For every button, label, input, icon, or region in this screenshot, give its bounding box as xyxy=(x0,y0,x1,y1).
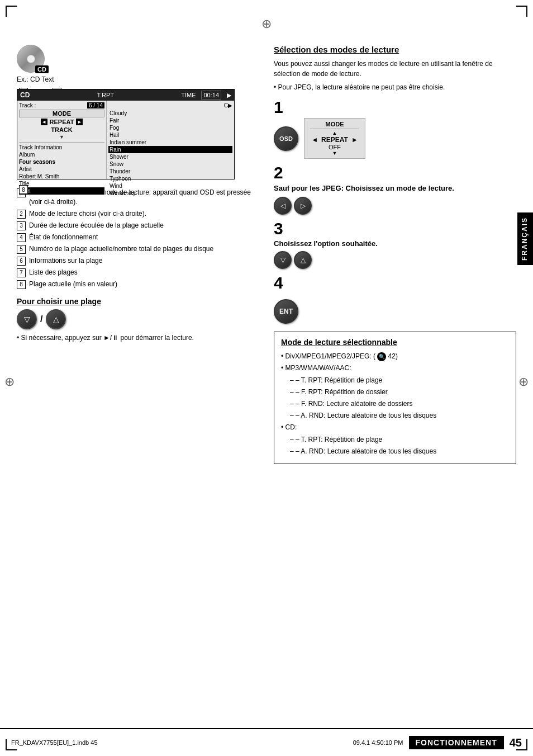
cd-right-panel: C▶ Cloudy Fair Fog Hail Indian summer Ra… xyxy=(107,101,234,179)
playlist-fair: Fair xyxy=(108,117,232,124)
right-column: Sélection des modes de lecture Vous pouv… xyxy=(274,45,516,722)
playlist-wind: Wind xyxy=(108,182,232,190)
mode-item-trpt: – T. RPT: Répétition de plage xyxy=(290,375,509,386)
bullet-prefix: • xyxy=(17,334,21,342)
left-crosshair: ⊕ xyxy=(4,375,15,389)
item-2-text: Mode de lecture choisi (voir ci-à droite… xyxy=(29,209,146,219)
arrow-right-btn[interactable]: ► xyxy=(76,119,83,125)
bullet-note: Pour JPEG, la lecture aléatoire ne peut … xyxy=(274,82,516,92)
page-content: CD Ex.: CD Text 1 2 3 4 5 CD T.RPT TIME … xyxy=(17,45,516,722)
mode-arrow-down: ▼ xyxy=(310,150,359,156)
right-btn[interactable]: ▷ xyxy=(294,197,312,215)
top-crosshair: ⊕ xyxy=(261,17,272,31)
down-btn[interactable]: ▽ xyxy=(17,309,37,329)
mode-repeat-label: REPEAT xyxy=(321,136,348,144)
corner-mark-tl xyxy=(6,6,17,17)
item-8-text: Plage actuelle (mis en valeur) xyxy=(29,280,117,289)
lr-buttons: ◁ ▷ xyxy=(274,197,516,215)
mode-lecture-box: Mode de lecture sélectionnable DivX/MPEG… xyxy=(274,332,516,464)
intro-text: Vous pouvez aussi changer les modes de l… xyxy=(274,59,516,79)
numbered-item-4: 4 État de fonctionnement xyxy=(17,233,257,242)
cd-header-cd: CD xyxy=(20,91,30,99)
mode-item-cd: CD: xyxy=(281,422,509,433)
playlist-cloudy: Cloudy xyxy=(108,110,232,117)
arrow-left-btn[interactable]: ◄ xyxy=(41,119,47,125)
cd-icon-container: CD xyxy=(17,45,45,73)
mode-right-arrow: ► xyxy=(351,136,358,144)
cd-header-trpt: T.RPT xyxy=(35,92,175,98)
four-seasons-row: Four seasons xyxy=(19,158,104,166)
step3-num: 3 xyxy=(274,220,516,237)
step4-num: 4 xyxy=(274,275,283,291)
selection-modes-title: Sélection des modes de lecture xyxy=(274,45,516,54)
num-sq-7: 7 xyxy=(17,268,26,277)
up-btn[interactable]: △ xyxy=(46,309,66,329)
cd-screen-body: Track : 6 / 14 MODE ◄ REPEAT ► TRACK ▼ T… xyxy=(17,101,234,179)
title-value-row: Rain xyxy=(19,187,104,195)
mode-item-cd-arnd: – A. RND: Lecture aléatoire de tous les … xyxy=(290,446,509,457)
num-sq-6: 6 xyxy=(17,257,26,266)
ex-text: Ex.: CD Text xyxy=(17,75,257,83)
cd-disc: CD xyxy=(17,45,45,73)
mode-repeat-row: ◄ REPEAT ► xyxy=(310,136,359,144)
cd-left-panel: Track : 6 / 14 MODE ◄ REPEAT ► TRACK ▼ T… xyxy=(17,101,107,179)
step2-num: 2 xyxy=(274,164,516,181)
bottom-bar: FR_KDAVX7755[EU]_1.indb 45 09.4.1 4:50:1… xyxy=(0,728,533,756)
page-number: 45 xyxy=(510,736,522,749)
numbered-item-2: 2 Mode de lecture choisi (voir ci-à droi… xyxy=(17,209,257,219)
left-column: CD Ex.: CD Text 1 2 3 4 5 CD T.RPT TIME … xyxy=(17,45,257,722)
left-btn[interactable]: ◁ xyxy=(274,197,292,215)
track-number: 6 / 14 xyxy=(87,102,104,108)
repeat-row: ◄ REPEAT ► xyxy=(19,119,104,125)
num-sq-2: 2 xyxy=(17,210,26,219)
search-icon: 🔍 xyxy=(377,352,386,361)
cd-header-arrow: ▶ xyxy=(227,92,231,99)
track-label: Track : xyxy=(19,102,36,108)
info-section: Track Information Album Four seasons Art… xyxy=(19,142,104,195)
playlist-fog: Fog xyxy=(108,124,232,131)
item-3-text: Durée de lecture écoulée de la plage act… xyxy=(29,221,164,230)
footer-left: FR_KDAVX7755[EU]_1.indb 45 xyxy=(11,739,98,746)
mode-off-label: OFF xyxy=(310,144,359,150)
artist-value-row: Robert M. Smith xyxy=(19,173,104,180)
num-sq-4: 4 xyxy=(17,233,26,242)
num-badge-8: 8 xyxy=(19,185,28,194)
osd-button[interactable]: OSD xyxy=(274,126,298,151)
pour-choisir-note: • Si nécessaire, appuyez sur ►/⏸ pour dé… xyxy=(17,333,257,343)
osd-mode-row: OSD MODE ▲ ◄ REPEAT ► OFF ▼ xyxy=(274,118,516,159)
mode-item-frpt: – F. RPT: Répétition de dossier xyxy=(290,387,509,398)
pour-choisir-text: Si nécessaire, appuyez sur ►/⏸ pour déma… xyxy=(21,334,194,342)
corner-mark-tr xyxy=(516,6,527,17)
francais-sidebar: FRANÇAIS xyxy=(517,212,533,265)
cd-screen-header: CD T.RPT TIME 00:14 ▶ xyxy=(17,89,234,101)
footer-date: 09.4.1 4:50:10 PM xyxy=(353,739,403,746)
mode-item-divx: DivX/MPEG1/MPEG2/JPEG: ( 🔍 42) xyxy=(281,351,509,362)
repeat-label: REPEAT xyxy=(50,119,74,125)
num-sq-8: 8 xyxy=(17,280,26,289)
step4-row: 4 xyxy=(274,275,516,294)
artist-label-row: Artist xyxy=(19,166,104,173)
ud-buttons: ▽ △ xyxy=(274,251,516,269)
playlist-typhoon: Typhoon xyxy=(108,175,232,182)
cd-header-time-value: 00:14 xyxy=(201,91,221,100)
down-btn2[interactable]: ▽ xyxy=(274,251,292,269)
track-row: TRACK xyxy=(19,126,104,133)
title-label-row: Title xyxy=(19,180,104,187)
num-sq-5: 5 xyxy=(17,245,26,254)
numbered-item-8: 8 Plage actuelle (mis en valeur) xyxy=(17,280,257,289)
album-row: Album xyxy=(19,151,104,158)
playlist-winter-sky: Winter sky xyxy=(108,190,232,197)
ent-button[interactable]: ENT xyxy=(274,299,298,324)
up-btn2[interactable]: △ xyxy=(294,251,312,269)
numbered-item-3: 3 Durée de lecture écoulée de la plage a… xyxy=(17,221,257,230)
playlist-indian-summer: Indian summer xyxy=(108,139,232,146)
footer-right: 09.4.1 4:50:10 PM FONCTIONNEMENT 45 xyxy=(353,736,522,749)
pour-choisir-title: Pour choisir une plage xyxy=(17,297,257,306)
playlist-hail: Hail xyxy=(108,131,232,139)
playlist-thunder: Thunder xyxy=(108,168,232,175)
mode-item-arnd: – A. RND: Lecture aléatoire de tous les … xyxy=(290,410,509,421)
mode-row: MODE xyxy=(19,110,104,117)
cd-label: CD xyxy=(35,65,49,73)
item-4-text: État de fonctionnement xyxy=(29,233,98,242)
item-7-text: Liste des plages xyxy=(29,268,78,277)
